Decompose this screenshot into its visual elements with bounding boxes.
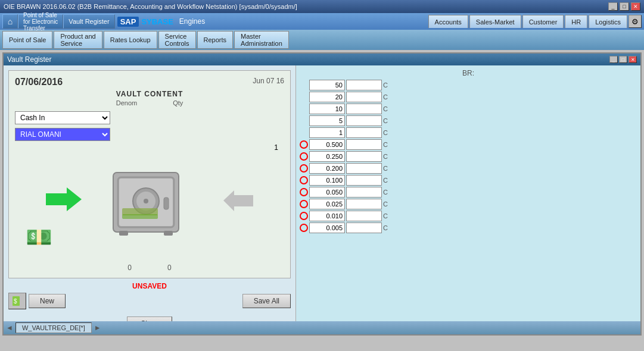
qty-value-input[interactable]	[346, 127, 382, 138]
new-icon-button[interactable]: $	[8, 293, 26, 309]
counter-1: 0	[127, 264, 132, 272]
unsaved-label: UNSAVED	[8, 282, 291, 290]
denom-row: C	[300, 127, 637, 138]
taskbar-item[interactable]: W_VAULTREG_DE[*]	[15, 322, 92, 333]
tab-accounts[interactable]: Accounts	[428, 15, 468, 28]
sub-reports-button[interactable]: Reports	[197, 31, 234, 49]
nav-vault-button[interactable]: Vault Register	[63, 14, 114, 29]
denom-value-input[interactable]	[309, 92, 345, 102]
number-display: 1	[15, 143, 278, 152]
tab-logistics[interactable]: Logistics	[589, 15, 627, 28]
vault-title: Vault Register	[7, 55, 51, 64]
denom-circle-icon	[300, 188, 308, 196]
vault-form: 07/06/2016 Jun 07 16 VAULT CONTENT Denom…	[8, 70, 291, 278]
qty-value-input[interactable]	[346, 104, 382, 114]
money-stack-icon: 💵	[26, 225, 52, 250]
c-label: C	[383, 129, 390, 136]
vault-title-controls: _ □ ✕	[609, 56, 637, 63]
engines-label: Engines	[179, 17, 205, 26]
sap-logo: SAP	[117, 17, 139, 27]
qty-value-input[interactable]	[346, 151, 382, 162]
minimize-button[interactable]: _	[608, 2, 618, 11]
taskbar-arrow-right[interactable]: ►	[94, 324, 101, 332]
qty-value-input[interactable]	[346, 92, 382, 102]
nav-pos-button[interactable]: Point of Salefor ElectronicTransfer	[18, 14, 63, 29]
denom-label: Denom	[116, 99, 137, 106]
c-label: C	[383, 200, 390, 208]
new-button[interactable]: New	[29, 294, 66, 308]
safe-icon	[107, 167, 185, 246]
svg-point-6	[144, 199, 148, 203]
right-panel: BR: CCCCCCCCCCCCC	[295, 65, 640, 334]
c-label: C	[383, 141, 390, 148]
denom-value-input[interactable]	[309, 175, 345, 186]
sub-master-button[interactable]: MasterAdministration	[234, 31, 289, 49]
arrow-left-icon	[223, 190, 253, 213]
vault-maximize[interactable]: □	[619, 56, 627, 63]
menu-bar-right: Accounts Sales-Market Customer HR Logist…	[428, 15, 642, 28]
app-title: OIE BRAWN 2016.06.02 (B2B Remittance, Ac…	[4, 3, 297, 10]
denom-circle-icon	[300, 140, 308, 149]
vault-title-bar: Vault Register _ □ ✕	[4, 54, 640, 65]
tab-sales-market[interactable]: Sales-Market	[469, 15, 521, 28]
qty-value-input[interactable]	[346, 187, 382, 198]
denom-value-input[interactable]	[309, 127, 345, 138]
c-label: C	[383, 82, 390, 89]
svg-rect-10	[119, 231, 128, 236]
qty-value-input[interactable]	[346, 139, 382, 150]
c-label: C	[383, 153, 390, 160]
title-bar: OIE BRAWN 2016.06.02 (B2B Remittance, Ac…	[0, 0, 644, 13]
qty-value-input[interactable]	[346, 175, 382, 186]
denom-row: C	[300, 175, 637, 186]
vault-minimize[interactable]: _	[609, 56, 618, 63]
denom-value-input[interactable]	[309, 80, 345, 90]
currency-select[interactable]: RIAL OMANI	[15, 128, 110, 141]
taskbar-arrow-left[interactable]: ◄	[6, 324, 13, 332]
denom-value-input[interactable]	[309, 199, 345, 209]
cash-in-row: Cash In Cash Out	[15, 111, 284, 124]
maximize-button[interactable]: □	[620, 2, 629, 11]
sub-rates-button[interactable]: Rates Lookup	[104, 31, 157, 49]
qty-value-input[interactable]	[346, 163, 382, 174]
title-controls: _ □ ✕	[608, 2, 640, 11]
qty-value-input[interactable]	[346, 222, 382, 233]
save-all-button[interactable]: Save All	[242, 294, 291, 308]
qty-value-input[interactable]	[346, 115, 382, 126]
denom-value-input[interactable]	[309, 211, 345, 221]
denom-circle-icon	[300, 152, 308, 161]
denom-value-input[interactable]	[309, 222, 345, 233]
tab-customer[interactable]: Customer	[522, 15, 564, 28]
tab-hr[interactable]: HR	[565, 15, 587, 28]
denom-value-input[interactable]	[309, 163, 345, 174]
vault-counters: 0 0	[15, 264, 284, 272]
denom-qty-header: Denom Qty	[15, 99, 284, 106]
denom-value-input[interactable]	[309, 104, 345, 114]
currency-row: RIAL OMANI	[15, 128, 284, 141]
denom-circle-icon	[300, 212, 308, 220]
denom-value-input[interactable]	[309, 151, 345, 162]
svg-rect-11	[164, 231, 173, 236]
denom-value-input[interactable]	[309, 187, 345, 198]
home-button[interactable]: ⌂	[2, 14, 18, 29]
svg-marker-0	[46, 187, 82, 211]
denom-value-input[interactable]	[309, 139, 345, 150]
sub-pos-button[interactable]: Point of Sale	[2, 31, 52, 49]
denom-row: C	[300, 163, 637, 174]
close-button[interactable]: ✕	[631, 2, 640, 11]
vault-close[interactable]: ✕	[629, 56, 637, 63]
cash-in-select[interactable]: Cash In Cash Out	[15, 111, 110, 124]
sub-service-button[interactable]: ServiceControls	[158, 31, 196, 49]
sub-menu-bar: Point of Sale Product andService Rates L…	[0, 30, 644, 50]
qty-value-input[interactable]	[346, 211, 382, 221]
new-btn-area: $ New	[8, 293, 66, 309]
denom-circle-icon	[300, 200, 308, 208]
qty-value-input[interactable]	[346, 199, 382, 209]
denom-circle-icon	[300, 164, 308, 173]
taskbar: ◄ W_VAULTREG_DE[*] ►	[4, 321, 640, 334]
arrow-right-icon	[46, 187, 82, 213]
gear-button[interactable]: ⚙	[629, 15, 642, 28]
denom-value-input[interactable]	[309, 115, 345, 126]
vault-content-label: VAULT CONTENT	[15, 90, 284, 98]
qty-value-input[interactable]	[346, 80, 382, 90]
sub-product-button[interactable]: Product andService	[54, 31, 102, 49]
